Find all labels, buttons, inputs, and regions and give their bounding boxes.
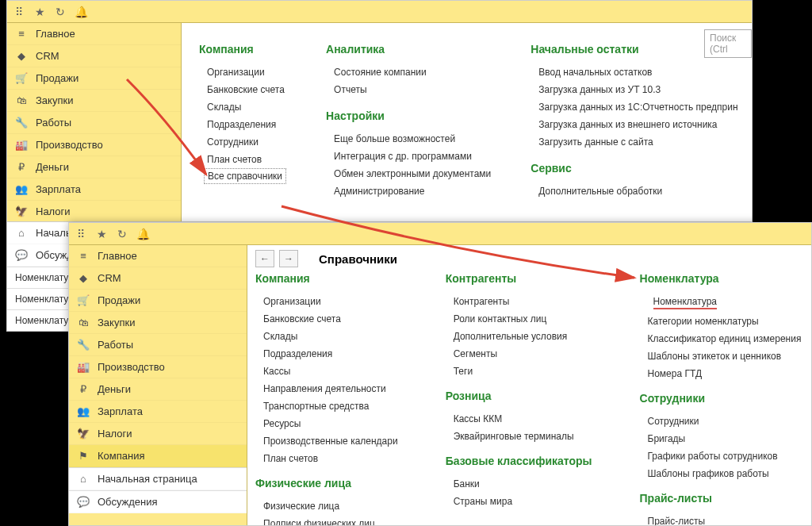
content-area: Поиск (Ctrl КомпанияОрганизацииБанковски… bbox=[182, 23, 752, 221]
menu-link[interactable]: Подразделения bbox=[255, 345, 398, 363]
sidebar-label: Закупки bbox=[98, 317, 135, 328]
history-icon[interactable]: ↻ bbox=[53, 5, 67, 19]
menu-link[interactable]: Склады bbox=[199, 98, 286, 116]
menu-link[interactable]: Производственные календари bbox=[255, 432, 398, 450]
star-icon[interactable]: ★ bbox=[94, 227, 109, 241]
menu-link[interactable]: Классификатор единиц измерения bbox=[640, 330, 802, 347]
menu-link[interactable]: Дополнительные обработки bbox=[530, 182, 737, 200]
menu-link[interactable]: Ввод начальных остатков bbox=[530, 63, 737, 81]
menu-icon: 🦅 bbox=[15, 205, 28, 217]
menu-icon: 🔧 bbox=[15, 117, 28, 129]
menu-link[interactable]: Транспортные средства bbox=[255, 397, 398, 415]
sidebar-item[interactable]: ₽Деньги bbox=[7, 156, 181, 179]
menu-link[interactable]: Банковские счета bbox=[199, 81, 286, 98]
menu-link[interactable]: Прайс-листы bbox=[640, 513, 802, 525]
menu-link[interactable]: Администрирование bbox=[326, 182, 491, 200]
menu-link[interactable]: Все справочники bbox=[204, 168, 286, 184]
menu-link[interactable]: Загрузка данных из 1С:Отчетность предпри… bbox=[530, 98, 737, 116]
menu-link[interactable]: Эквайринговые терминалы bbox=[446, 428, 592, 445]
menu-link[interactable]: Отчеты bbox=[326, 81, 491, 98]
menu-link[interactable]: Роли контактных лиц bbox=[446, 310, 592, 328]
apps-icon[interactable]: ⠿ bbox=[74, 227, 88, 241]
menu-icon: ⌂ bbox=[15, 227, 28, 239]
section-header: Розница bbox=[446, 390, 592, 402]
menu-link[interactable]: Состояние компании bbox=[326, 63, 491, 81]
menu-link[interactable]: План счетов bbox=[199, 151, 286, 168]
sidebar-item[interactable]: 🦅Налоги bbox=[7, 201, 181, 221]
sidebar-item[interactable]: ≡Главное bbox=[7, 23, 181, 45]
sidebar-item[interactable]: ⚑Компания bbox=[69, 445, 247, 467]
menu-link[interactable]: Теги bbox=[446, 363, 592, 380]
menu-link[interactable]: Склады bbox=[255, 328, 398, 345]
sidebar-item[interactable]: 👥Зарплата bbox=[7, 179, 181, 201]
section-header: Физические лица bbox=[255, 477, 398, 490]
menu-link[interactable]: Организации bbox=[199, 63, 286, 81]
sidebar-item[interactable]: ◆CRM bbox=[7, 45, 181, 67]
menu-link[interactable]: Банки bbox=[446, 475, 592, 493]
menu-link[interactable]: Контрагенты bbox=[446, 293, 592, 310]
menu-link[interactable]: Шаблоны этикеток и ценников bbox=[640, 347, 802, 365]
menu-link[interactable]: Ресурсы bbox=[255, 415, 398, 432]
menu-icon: 💬 bbox=[77, 496, 90, 508]
menu-link[interactable]: Бригады bbox=[640, 430, 802, 447]
menu-link[interactable]: Кассы bbox=[255, 363, 398, 380]
sidebar-item[interactable]: 🏭Производство bbox=[69, 356, 247, 378]
menu-link[interactable]: Номенклатура bbox=[640, 293, 802, 313]
sidebar-item[interactable]: 🦅Налоги bbox=[69, 423, 247, 445]
sidebar-item[interactable]: ₽Деньги bbox=[69, 378, 247, 401]
sidebar-label: Работы bbox=[36, 117, 71, 129]
menu-link[interactable]: Графики работы сотрудников bbox=[640, 447, 802, 465]
menu-link[interactable]: Кассы ККМ bbox=[446, 410, 592, 428]
menu-link[interactable]: Сотрудники bbox=[199, 133, 286, 151]
sidebar-item[interactable]: ≡Главное bbox=[69, 245, 247, 267]
menu-link[interactable]: Страны мира bbox=[446, 493, 592, 510]
menu-link[interactable]: Категории номенклатуры bbox=[640, 313, 802, 330]
menu-link[interactable]: Дополнительные условия bbox=[446, 328, 592, 345]
star-icon[interactable]: ★ bbox=[33, 5, 47, 19]
nav-back-button[interactable]: ← bbox=[255, 250, 274, 267]
menu-link[interactable]: Подписи физических лиц bbox=[255, 515, 398, 525]
bell-icon[interactable]: 🔔 bbox=[136, 227, 150, 241]
section-header: Сервис bbox=[530, 162, 737, 175]
menu-link[interactable]: Загрузить данные с сайта bbox=[530, 133, 737, 151]
sidebar-item[interactable]: 🛍Закупки bbox=[7, 90, 181, 112]
sidebar-label: Производство bbox=[98, 361, 165, 373]
sidebar-item[interactable]: 👥Зарплата bbox=[69, 401, 247, 423]
menu-link[interactable]: Организации bbox=[255, 293, 398, 310]
history-icon[interactable]: ↻ bbox=[115, 227, 129, 241]
menu-icon: 🛍 bbox=[15, 94, 28, 106]
menu-link[interactable]: Банковские счета bbox=[255, 310, 398, 328]
menu-link[interactable]: Физические лица bbox=[255, 497, 398, 515]
sidebar-item[interactable]: 🛒Продажи bbox=[7, 67, 181, 90]
sidebar-item[interactable]: 🔧Работы bbox=[69, 334, 247, 356]
sidebar-label: Деньги bbox=[36, 161, 69, 173]
menu-link[interactable]: Шаблоны графиков работы bbox=[640, 465, 802, 482]
menu-link[interactable]: Обмен электронными документами bbox=[326, 165, 491, 182]
section-header: Номенклатура bbox=[640, 272, 802, 285]
sidebar-item[interactable]: 🛍Закупки bbox=[69, 312, 247, 334]
sidebar-item[interactable]: ◆CRM bbox=[69, 267, 247, 290]
sidebar-item[interactable]: 🔧Работы bbox=[7, 112, 181, 134]
menu-link[interactable]: Интеграция с др. программами bbox=[326, 148, 491, 165]
menu-link[interactable]: Направления деятельности bbox=[255, 380, 398, 397]
sidebar-label: Главное bbox=[98, 250, 137, 262]
section-header: Сотрудники bbox=[640, 392, 802, 405]
apps-icon[interactable]: ⠿ bbox=[12, 5, 26, 19]
sidebar-item[interactable]: ⌂Начальная страница bbox=[69, 467, 247, 490]
menu-link[interactable]: Загрузка данных из УТ 10.3 bbox=[530, 81, 737, 98]
menu-link[interactable]: Загрузка данных из внешнего источника bbox=[530, 116, 737, 133]
menu-link[interactable]: Сотрудники bbox=[640, 413, 802, 430]
sidebar-item[interactable]: 🛒Продажи bbox=[69, 290, 247, 312]
menu-link[interactable]: Еще больше возможностей bbox=[326, 130, 491, 148]
menu-link[interactable]: Сегменты bbox=[446, 345, 592, 363]
window-main: ⠿ ★ ↻ 🔔 ≡Главное◆CRM🛒Продажи🛍Закупки🔧Раб… bbox=[6, 0, 753, 222]
menu-link[interactable]: Подразделения bbox=[199, 116, 286, 133]
sidebar-item[interactable]: 💬Обсуждения bbox=[69, 490, 247, 513]
bell-icon[interactable]: 🔔 bbox=[74, 5, 88, 19]
search-input[interactable]: Поиск (Ctrl bbox=[704, 29, 752, 58]
menu-link[interactable]: План счетов bbox=[255, 450, 398, 467]
sidebar-item[interactable]: 🏭Производство bbox=[7, 134, 181, 156]
menu-link[interactable]: Номера ГТД bbox=[640, 365, 802, 382]
sidebar-label: Продажи bbox=[98, 294, 140, 306]
nav-forward-button[interactable]: → bbox=[279, 250, 298, 267]
